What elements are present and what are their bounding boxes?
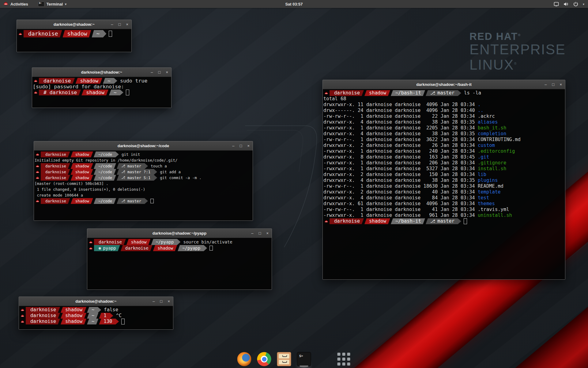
terminal-line: ◉pyappdarknoiseshadow~/pyapp	[88, 245, 271, 251]
window-titlebar[interactable]: darknoise@shadow:~/pyapp–□×	[87, 229, 272, 238]
terminal-line: -rw-rw-r--. 1 darknoise darknoise 18630 …	[323, 183, 564, 189]
rhel-logo: RED HAT® ENTERPRISE LINUX®	[469, 31, 566, 72]
terminal-cursor	[150, 199, 154, 203]
git-branch-icon: ⎇	[121, 163, 125, 169]
prompt-segment-exit: 130	[99, 319, 119, 324]
terminal-line: drwx------. 24 darknoise darknoise 4096 …	[323, 108, 564, 113]
prompt-segment-path: ~	[92, 30, 107, 37]
prompt-segment-git: ⎇master	[117, 163, 148, 169]
command-text: source bin/activate	[180, 239, 232, 245]
ls-line-fields: drwx------. 24 darknoise darknoise 4096 …	[323, 108, 478, 113]
prompt-segment-path: ~/code	[94, 151, 119, 157]
maximize-button[interactable]: □	[259, 231, 261, 235]
window-titlebar[interactable]: darknoise@shadow:~/code–□×	[34, 141, 253, 151]
minimize-button[interactable]: –	[111, 22, 113, 26]
dock-item-toolbox[interactable]	[317, 352, 331, 366]
ls-line-fields: drwxrwxr-x. 4 darknoise darknoise 38 Jan…	[323, 178, 478, 183]
ls-file-name: CONTRIBUTING.md	[478, 137, 521, 143]
ls-line-fields: -rw-rw-r--. 1 darknoise darknoise 41 Jan…	[323, 207, 478, 213]
close-button[interactable]: ×	[166, 70, 168, 74]
redhat-icon	[323, 90, 330, 96]
prompt-segment-git: ⎇master ?:1	[117, 169, 157, 175]
ls-line-fields: drwxrwxr-x. 4 darknoise darknoise 38 Jan…	[323, 131, 478, 137]
maximize-button[interactable]: □	[240, 144, 242, 148]
terminal-icon: $>	[297, 352, 311, 366]
dock-item-app-grid[interactable]	[337, 352, 351, 366]
dock-item-files[interactable]	[277, 352, 291, 366]
git-branch-icon: ⎇	[430, 90, 435, 96]
terminal-window[interactable]: darknoise@shadow:~/pyapp–□×darknoiseshad…	[87, 228, 272, 290]
power-icon	[573, 2, 578, 6]
minimize-button[interactable]: –	[151, 70, 153, 74]
ls-file-name: themes	[478, 201, 495, 207]
window-titlebar[interactable]: darknoise@shadow:~/bash-it–□×	[323, 80, 565, 89]
close-button[interactable]: ×	[126, 22, 128, 26]
terminal-line: Initialized empty Git repository in /hom…	[35, 157, 252, 163]
close-button[interactable]: ×	[168, 299, 170, 303]
terminal-cursor	[209, 246, 213, 251]
prompt-segment-path: ~/code	[94, 169, 116, 175]
prompt-segment-user: # darknoise	[39, 90, 81, 95]
terminal-window[interactable]: darknoise@shadow:~–□×darknoiseshadow~	[17, 20, 132, 52]
prompt-segment-user: darknoise	[94, 239, 126, 245]
prompt-segment-user: darknoise	[26, 307, 60, 313]
terminal-line: drwxrwxr-x. 2 darknoise darknoise 40 Jan…	[323, 189, 564, 195]
terminal-line: darknoiseshadow~/code⎇master ?:1git add …	[35, 169, 252, 175]
window-titlebar[interactable]: darknoise@shadow:~–□×	[17, 20, 131, 29]
terminal-content[interactable]: darknoiseshadow~/codegit initInitialized…	[34, 151, 253, 220]
terminal-content[interactable]: darknoiseshadow~	[17, 29, 131, 52]
close-button[interactable]: ×	[266, 231, 269, 235]
ls-line-fields: -rwxrwxr-x. 1 darknoise darknoise 5327 J…	[323, 166, 478, 172]
terminal-line: darknoiseshadow~/bash-it⎇master	[323, 218, 564, 224]
dock-item-firefox[interactable]	[237, 352, 251, 366]
window-controls: –□×	[251, 229, 269, 238]
maximize-button[interactable]: □	[552, 82, 555, 86]
ls-file-name: .travis.yml	[478, 207, 509, 213]
terminal-content[interactable]: darknoiseshadow~/bash-it⎇masterls -latot…	[323, 89, 565, 279]
minimize-button[interactable]: –	[545, 82, 547, 86]
ls-file-name: completion	[478, 131, 506, 137]
ls-file-name: template	[478, 189, 501, 195]
activities-button[interactable]: Activities	[1, 0, 31, 8]
terminal-content[interactable]: darknoiseshadow~falsedarknoiseshadow~1^C…	[19, 306, 173, 329]
terminal-window[interactable]: darknoise@shadow:~/code–□×darknoiseshado…	[34, 141, 253, 221]
maximize-button[interactable]: □	[119, 22, 121, 26]
window-titlebar[interactable]: darknoise@shadow:~–□×	[19, 297, 173, 306]
ls-line-fields: drwxrwxr-x. 2 darknoise darknoise 26 Jan…	[323, 143, 478, 148]
prompt-segment-host: shadow	[126, 239, 151, 245]
prompt-segment-user: darknoise	[39, 78, 75, 84]
terminal-line: [master (root-commit) 50bcb63] .	[35, 181, 252, 186]
ls-file-name: .git	[478, 154, 489, 160]
terminal-window[interactable]: darknoise@shadow:~/bash-it–□×darknoisesh…	[322, 80, 565, 280]
prompt-segment-path: ~/code	[94, 163, 116, 169]
system-status-area[interactable]: ▾	[550, 0, 588, 8]
terminal-window[interactable]: darknoise@shadow:~–□×darknoiseshadow~sud…	[32, 67, 172, 108]
terminal-line: -rw-rw-r--. 1 darknoise darknoise 41 Jan…	[323, 207, 564, 213]
command-text: sudo true	[117, 78, 147, 84]
minimize-button[interactable]: –	[251, 231, 253, 235]
window-title: darknoise@shadow:~	[75, 299, 116, 304]
prompt-segment-host: shadow	[71, 151, 93, 157]
app-menu-terminal[interactable]: $> Terminal ▾	[35, 0, 69, 8]
terminal-content[interactable]: darknoiseshadow~/pyappsource bin/activat…	[87, 238, 272, 289]
maximize-button[interactable]: □	[158, 70, 161, 74]
terminal-line: drwxrwxr-x. 8 darknoise darknoise 163 Ja…	[323, 154, 564, 160]
close-button[interactable]: ×	[247, 144, 250, 148]
dock-item-terminal[interactable]: $>	[297, 352, 311, 366]
terminal-window[interactable]: darknoise@shadow:~–□×darknoiseshadow~fal…	[19, 297, 173, 330]
clock[interactable]: Sat 03:57	[282, 0, 306, 8]
dock-item-chrome[interactable]	[257, 352, 271, 366]
chevron-down-icon: ▾	[65, 2, 66, 6]
terminal-content[interactable]: darknoiseshadow~sudo true[sudo] password…	[32, 77, 171, 108]
minimize-button[interactable]: –	[153, 299, 155, 303]
ls-file-name: ..	[478, 108, 484, 113]
terminal-line: drwxrwxr-x. 4 darknoise darknoise 38 Jan…	[323, 119, 564, 125]
minimize-button[interactable]: –	[232, 144, 234, 148]
prompt-segment-user: darknoise	[41, 198, 70, 204]
output-text: total 68	[323, 96, 346, 102]
maximize-button[interactable]: □	[160, 299, 163, 303]
desktop: RED HAT® ENTERPRISE LINUX® Activities $>…	[0, 0, 588, 368]
window-titlebar[interactable]: darknoise@shadow:~–□×	[32, 68, 171, 77]
prompt-segment-exit: 1	[99, 313, 113, 319]
close-button[interactable]: ×	[560, 82, 562, 86]
